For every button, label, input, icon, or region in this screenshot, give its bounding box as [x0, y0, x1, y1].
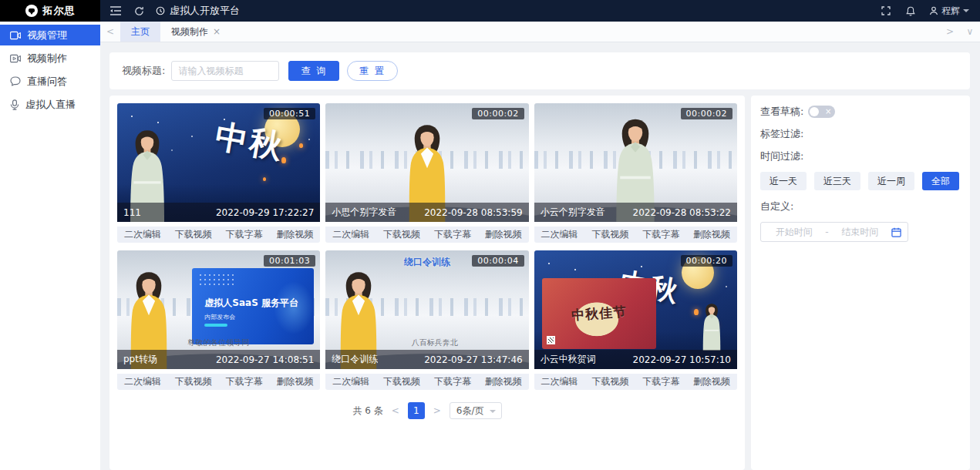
page-size-select[interactable]: 6条/页 — [450, 402, 502, 419]
action-edit[interactable]: 二次编辑 — [534, 375, 585, 388]
action-delete-video[interactable]: 删除视频 — [686, 228, 737, 241]
tab-label: 视频制作 — [171, 25, 208, 39]
slide-dots-decoration — [198, 273, 234, 287]
video-title: 小云中秋贺词 — [541, 353, 596, 366]
action-delete-video[interactable]: 删除视频 — [478, 375, 529, 388]
sidebar-item-label: 虚拟人直播 — [25, 98, 76, 112]
video-title: 小思个别字发音 — [332, 206, 396, 219]
page-size-value: 6条/页 — [456, 405, 484, 418]
tabbar: < 主页 视频制作 × > ∨ — [100, 22, 980, 42]
tab-video-create[interactable]: 视频制作 × — [160, 22, 231, 42]
action-download-video[interactable]: 下载视频 — [168, 228, 219, 241]
action-edit[interactable]: 二次编辑 — [534, 228, 585, 241]
user-menu[interactable]: 程辉 — [929, 5, 969, 18]
video-title-input[interactable] — [171, 61, 279, 81]
date-range-picker[interactable]: 开始时间 - 结束时间 — [760, 222, 908, 242]
video-manage-icon — [10, 31, 21, 40]
sidebar-item-video-create[interactable]: 视频制作 — [0, 48, 100, 69]
tab-home[interactable]: 主页 — [120, 22, 160, 42]
video-card[interactable]: 中秋 中秋佳节 00:00:20 小云中秋贺词 2022-09-27 10:57… — [534, 250, 737, 390]
video-thumbnail[interactable]: 中秋 00:00:51 111 2022-09-29 17:22:27 — [117, 103, 320, 222]
time-filter-1day[interactable]: 近一天 — [760, 172, 807, 190]
action-delete-video[interactable]: 删除视频 — [686, 375, 737, 388]
tabs-menu-icon[interactable]: ∨ — [960, 22, 980, 42]
fullscreen-icon[interactable] — [880, 5, 892, 17]
action-edit[interactable]: 二次编辑 — [325, 228, 376, 241]
time-filter-1week[interactable]: 近一周 — [868, 172, 914, 190]
stars-decoration — [548, 263, 550, 264]
custom-time-label: 自定义: — [760, 200, 793, 213]
video-create-icon — [10, 54, 21, 63]
refresh-icon[interactable] — [133, 5, 145, 17]
video-actions: 二次编辑 下载视频 下载字幕 删除视频 — [325, 227, 528, 243]
app-root: 拓尔思 虚拟人开放平台 程辉 — [0, 0, 980, 470]
action-download-subtitle[interactable]: 下载字幕 — [219, 228, 270, 241]
sidebar-item-video-manage[interactable]: 视频管理 — [0, 25, 100, 45]
action-download-video[interactable]: 下载视频 — [376, 228, 427, 241]
video-title: 111 — [123, 207, 141, 218]
collapse-sidebar-icon[interactable] — [109, 5, 122, 17]
video-thumbnail[interactable]: 00:00:02 小思个别字发音 2022-09-28 08:53:59 — [325, 103, 528, 222]
action-download-video[interactable]: 下载视频 — [168, 375, 219, 388]
video-card[interactable]: 00:00:02 小思个别字发音 2022-09-28 08:53:59 二次编… — [325, 103, 528, 243]
action-download-subtitle[interactable]: 下载字幕 — [427, 375, 478, 388]
action-edit[interactable]: 二次编辑 — [117, 375, 168, 388]
tabs-scroll-right-icon[interactable]: > — [940, 22, 960, 42]
slide-title: 虚拟人SaaS 服务平台 — [204, 297, 298, 310]
inset-video-frame: 中秋佳节 — [542, 278, 656, 349]
duration-badge: 00:00:04 — [472, 255, 524, 267]
video-thumbnail[interactable]: 绕口令训练 八百标兵奔北 00:00:04 绕口令训练 2022-09-27 1… — [325, 250, 528, 369]
prev-page-icon[interactable]: < — [390, 405, 401, 416]
username: 程辉 — [941, 5, 960, 18]
draft-toggle-label: 查看草稿: — [760, 105, 803, 119]
action-download-subtitle[interactable]: 下载字幕 — [427, 228, 478, 241]
user-icon — [929, 6, 938, 15]
action-download-video[interactable]: 下载视频 — [376, 375, 427, 388]
date-start-placeholder[interactable]: 开始时间 — [767, 226, 820, 239]
reset-button[interactable]: 重 置 — [347, 61, 398, 81]
video-title-strip: ppt转场 2022-09-27 14:08:51 — [117, 350, 320, 369]
time-filter-3days[interactable]: 近三天 — [814, 172, 860, 190]
action-edit[interactable]: 二次编辑 — [325, 375, 376, 388]
video-title: 小云个别字发音 — [541, 206, 605, 219]
video-card[interactable]: 绕口令训练 八百标兵奔北 00:00:04 绕口令训练 2022-09-27 1… — [325, 250, 528, 390]
sidebar-item-label: 视频制作 — [27, 52, 67, 65]
next-page-icon[interactable]: > — [432, 405, 443, 416]
query-button[interactable]: 查 询 — [288, 61, 339, 81]
action-download-video[interactable]: 下载视频 — [585, 375, 636, 388]
brand-logo-icon — [25, 5, 38, 17]
video-datetime: 2022-09-27 10:57:10 — [633, 354, 731, 365]
sidebar-item-live-qa[interactable]: 直播问答 — [0, 71, 100, 92]
video-card[interactable]: 00:00:02 小云个别字发音 2022-09-28 08:53:22 二次编… — [534, 103, 737, 243]
tabs-scroll-left-icon[interactable]: < — [100, 22, 120, 42]
action-download-video[interactable]: 下载视频 — [585, 228, 636, 241]
calendar-icon[interactable] — [891, 227, 901, 237]
tag-filter-label: 标签过滤: — [760, 127, 803, 141]
duration-badge: 00:00:20 — [681, 255, 732, 267]
page-number-current[interactable]: 1 — [408, 402, 425, 419]
action-download-subtitle[interactable]: 下载字幕 — [635, 228, 686, 241]
video-title-strip: 小云个别字发音 2022-09-28 08:53:22 — [534, 203, 737, 222]
video-thumbnail[interactable]: 00:00:02 小云个别字发音 2022-09-28 08:53:22 — [534, 103, 737, 222]
chat-bubble-icon — [10, 76, 21, 86]
notifications-bell-icon[interactable] — [904, 5, 917, 17]
video-card[interactable]: 中秋 00:00:51 111 2022-09-29 17:22:27 二次编辑… — [117, 103, 320, 243]
lantern-decoration — [281, 157, 286, 163]
draft-toggle-switch[interactable]: × — [808, 106, 835, 118]
sidebar-item-vhuman-live[interactable]: 虚拟人直播 — [0, 94, 100, 115]
video-actions: 二次编辑 下载视频 下载字幕 删除视频 — [117, 374, 320, 390]
action-delete-video[interactable]: 删除视频 — [269, 228, 320, 241]
action-download-subtitle[interactable]: 下载字幕 — [635, 375, 686, 388]
action-delete-video[interactable]: 删除视频 — [478, 228, 529, 241]
action-edit[interactable]: 二次编辑 — [117, 228, 168, 241]
action-delete-video[interactable]: 删除视频 — [269, 375, 320, 388]
close-tab-icon[interactable]: × — [213, 27, 221, 36]
video-thumbnail[interactable]: 中秋 中秋佳节 00:00:20 小云中秋贺词 2022-09-27 10:57… — [534, 250, 737, 369]
video-thumbnail[interactable]: 虚拟人SaaS 服务平台 内部发布会 尊敬的各位领导同 00:01:03 ppt… — [117, 250, 320, 369]
video-datetime: 2022-09-28 08:53:22 — [633, 207, 731, 218]
video-card[interactable]: 虚拟人SaaS 服务平台 内部发布会 尊敬的各位领导同 00:01:03 ppt… — [117, 250, 320, 390]
time-filter-all[interactable]: 全部 — [922, 172, 959, 190]
switch-off-icon: × — [825, 106, 831, 118]
action-download-subtitle[interactable]: 下载字幕 — [219, 375, 270, 388]
date-end-placeholder[interactable]: 结束时间 — [834, 226, 887, 239]
